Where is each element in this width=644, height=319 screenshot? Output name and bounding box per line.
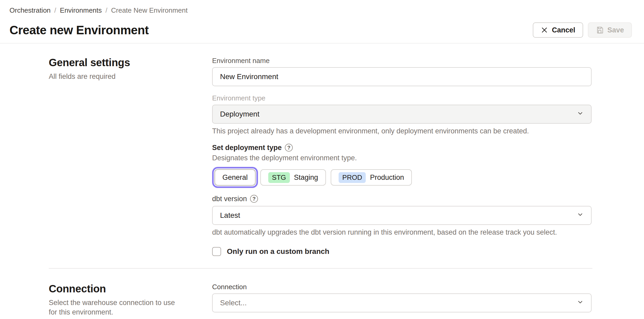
deployment-type-group: Set deployment type ? Designates the dep… xyxy=(212,143,592,188)
breadcrumb-separator: / xyxy=(105,6,107,14)
deployment-type-general-label: General xyxy=(222,173,248,182)
connection-heading: Connection xyxy=(49,283,199,295)
chevron-down-icon xyxy=(577,299,584,307)
save-button[interactable]: Save xyxy=(588,22,632,38)
floppy-disk-icon xyxy=(596,26,604,34)
breadcrumb-orchestration[interactable]: Orchestration xyxy=(9,6,51,14)
breadcrumb: Orchestration / Environments / Create Ne… xyxy=(9,6,632,14)
header-actions: Cancel Save xyxy=(533,22,632,38)
deployment-type-production-button[interactable]: PROD Production xyxy=(331,169,412,186)
connection-select[interactable]: Select... xyxy=(212,293,592,312)
connection-label: Connection xyxy=(212,283,592,291)
breadcrumb-environments[interactable]: Environments xyxy=(60,6,102,14)
environment-name-label: Environment name xyxy=(212,57,592,65)
deployment-type-label: Set deployment type xyxy=(212,143,282,152)
deployment-type-production-label: Production xyxy=(370,173,404,182)
page-title: Create new Environment xyxy=(9,23,149,37)
cancel-button-label: Cancel xyxy=(552,26,575,34)
custom-branch-row: Only run on a custom branch xyxy=(212,247,592,256)
dbt-version-helper: dbt automatically upgrades the dbt versi… xyxy=(212,228,592,236)
environment-type-value: Deployment xyxy=(220,110,259,118)
dbt-version-value: Latest xyxy=(220,211,240,220)
general-settings-subheading: All fields are required xyxy=(49,72,199,81)
deployment-type-description: Designates the deployment environment ty… xyxy=(212,154,592,162)
production-badge: PROD xyxy=(339,172,366,183)
general-settings-section: General settings All fields are required… xyxy=(49,57,644,256)
dbt-version-field: dbt version ? Latest dbt automatically u… xyxy=(212,194,592,236)
custom-branch-label[interactable]: Only run on a custom branch xyxy=(227,247,329,256)
chevron-down-icon xyxy=(577,211,584,220)
deployment-type-options: General STG Staging PROD Production xyxy=(212,167,592,188)
connection-section: Connection Select the warehouse connecti… xyxy=(49,283,644,319)
connection-field: Connection Select... xyxy=(212,283,592,312)
deployment-type-staging-label: Staging xyxy=(294,173,318,182)
help-icon[interactable]: ? xyxy=(285,144,293,152)
dbt-version-label: dbt version xyxy=(212,194,247,203)
custom-branch-checkbox[interactable] xyxy=(212,247,221,256)
breadcrumb-create-new-environment: Create New Environment xyxy=(111,6,188,14)
dbt-version-select[interactable]: Latest xyxy=(212,206,592,225)
general-settings-heading: General settings xyxy=(49,57,199,69)
breadcrumb-separator: / xyxy=(54,6,56,14)
staging-badge: STG xyxy=(268,172,290,183)
cancel-button[interactable]: Cancel xyxy=(533,22,583,38)
environment-type-select: Deployment xyxy=(212,105,592,124)
environment-name-field: Environment name xyxy=(212,57,592,86)
environment-type-field: Environment type Deployment This project… xyxy=(212,94,592,135)
deployment-type-staging-button[interactable]: STG Staging xyxy=(260,169,326,186)
save-button-label: Save xyxy=(607,26,624,34)
connection-placeholder: Select... xyxy=(220,299,247,307)
help-icon[interactable]: ? xyxy=(250,195,258,203)
page-header: Orchestration / Environments / Create Ne… xyxy=(0,0,644,43)
chevron-down-icon xyxy=(577,110,584,119)
environment-name-input[interactable] xyxy=(212,67,592,86)
environment-type-label: Environment type xyxy=(212,94,592,102)
environment-type-helper: This project already has a development e… xyxy=(212,127,592,135)
connection-description: Select the warehouse connection to use f… xyxy=(49,298,175,317)
x-icon xyxy=(541,26,548,34)
deployment-type-general-button[interactable]: General xyxy=(214,169,256,186)
